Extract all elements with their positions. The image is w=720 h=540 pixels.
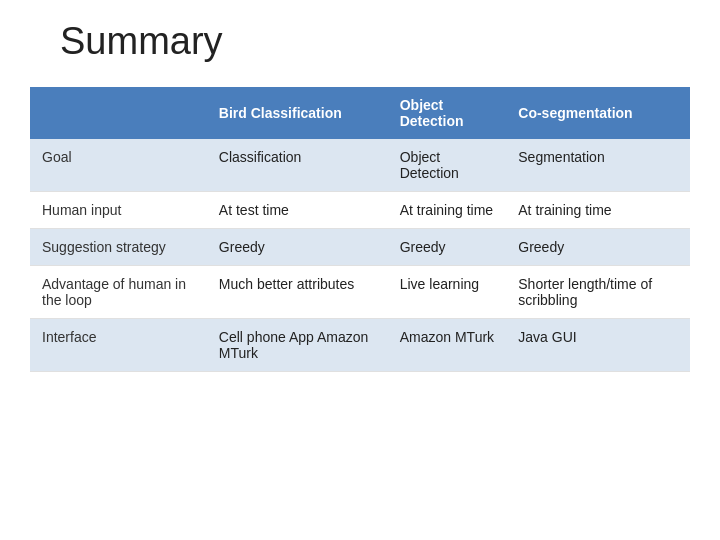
row-label: Goal <box>30 139 207 192</box>
row-label: Interface <box>30 319 207 372</box>
table-row: Advantage of human in the loop Much bett… <box>30 266 690 319</box>
row-label: Advantage of human in the loop <box>30 266 207 319</box>
header-col2: Object Detection <box>388 87 507 139</box>
header-col0 <box>30 87 207 139</box>
row-col1: Greedy <box>207 229 388 266</box>
table-row: Suggestion strategy Greedy Greedy Greedy <box>30 229 690 266</box>
row-col1: Much better attributes <box>207 266 388 319</box>
row-col3: At training time <box>506 192 690 229</box>
row-col1: Cell phone App Amazon MTurk <box>207 319 388 372</box>
header-col3: Co-segmentation <box>506 87 690 139</box>
row-col3: Shorter length/time of scribbling <box>506 266 690 319</box>
summary-table: Bird Classification Object Detection Co-… <box>30 87 690 372</box>
row-col3: Segmentation <box>506 139 690 192</box>
table-row: Human input At test time At training tim… <box>30 192 690 229</box>
row-col2: Amazon MTurk <box>388 319 507 372</box>
table-header-row: Bird Classification Object Detection Co-… <box>30 87 690 139</box>
header-col1: Bird Classification <box>207 87 388 139</box>
page-title: Summary <box>30 20 223 63</box>
table-row: Goal Classification Object Detection Seg… <box>30 139 690 192</box>
row-col2: Greedy <box>388 229 507 266</box>
row-label: Suggestion strategy <box>30 229 207 266</box>
row-col1: Classification <box>207 139 388 192</box>
row-col2: Live learning <box>388 266 507 319</box>
row-label: Human input <box>30 192 207 229</box>
row-col2: Object Detection <box>388 139 507 192</box>
row-col2: At training time <box>388 192 507 229</box>
table-row: Interface Cell phone App Amazon MTurk Am… <box>30 319 690 372</box>
row-col3: Java GUI <box>506 319 690 372</box>
row-col1: At test time <box>207 192 388 229</box>
row-col3: Greedy <box>506 229 690 266</box>
